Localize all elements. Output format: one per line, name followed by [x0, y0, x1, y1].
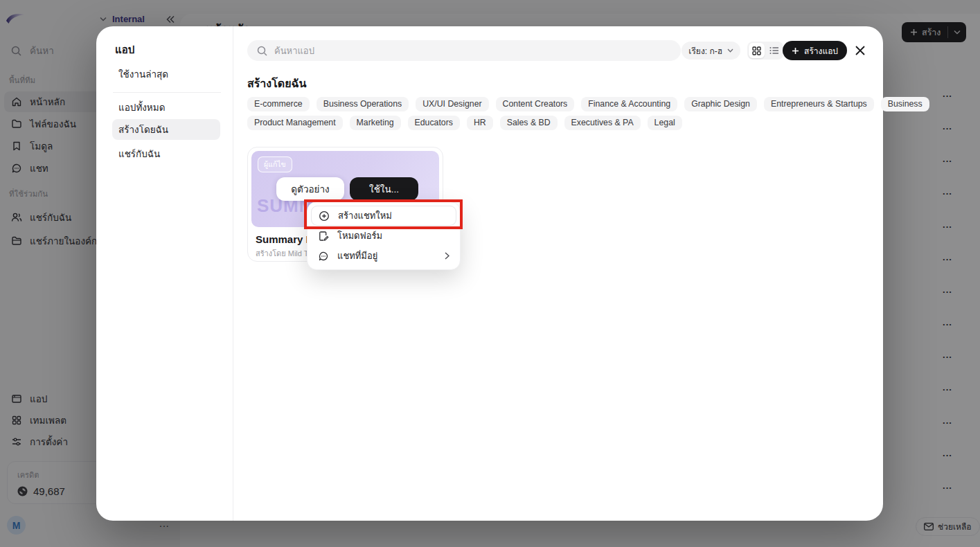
category-tags: E-commerce Business Operations UX/UI Des…	[247, 97, 871, 134]
sort-label: เรียง: ก-ฮ	[688, 44, 722, 57]
modal-nav-all-apps[interactable]: แอปทั้งหมด	[112, 98, 220, 117]
category-tag[interactable]: Graphic Design	[684, 97, 757, 111]
modal-nav-created-by-me[interactable]: สร้างโดยฉัน	[112, 119, 220, 140]
create-app-label: สร้างแอป	[804, 44, 838, 57]
category-tag[interactable]: Business	[881, 97, 929, 111]
category-tag[interactable]: Executives & PA	[564, 116, 641, 130]
menu-item-label: แชทที่มีอยู่	[337, 249, 436, 263]
category-tag[interactable]: UX/UI Designer	[416, 97, 488, 111]
menu-item-form-mode[interactable]: โหมดฟอร์ม	[311, 226, 456, 246]
sort-dropdown[interactable]: เรียง: ก-ฮ	[681, 42, 740, 60]
category-tag[interactable]: Entrepreneurs & Startups	[764, 97, 874, 111]
form-icon	[318, 231, 329, 242]
close-icon[interactable]	[854, 44, 866, 57]
section-title: สร้างโดยฉัน	[247, 75, 306, 92]
list-view-icon[interactable]	[766, 43, 782, 58]
app-search-input[interactable]	[274, 46, 671, 56]
category-tag[interactable]: Educators	[408, 116, 460, 130]
plus-icon	[792, 47, 799, 55]
create-app-button[interactable]: สร้างแอป	[783, 41, 847, 60]
use-in-context-menu: สร้างแชทใหม่ โหมดฟอร์ม แชทที่มีอยู่	[307, 201, 461, 270]
grid-view-icon[interactable]	[749, 43, 765, 58]
menu-item-existing-chat[interactable]: แชทที่มีอยู่	[311, 246, 456, 266]
menu-item-label: สร้างแชทใหม่	[338, 208, 392, 223]
use-in-button[interactable]: ใช้ใน...	[350, 177, 418, 201]
category-tag[interactable]: HR	[467, 116, 493, 130]
category-tag[interactable]: Legal	[648, 116, 682, 130]
category-tag[interactable]: Sales & BD	[500, 116, 558, 130]
menu-item-label: โหมดฟอร์ม	[337, 228, 382, 243]
modal-left-panel: แอป ใช้งานล่าสุด แอปทั้งหมด สร้างโดยฉัน …	[96, 26, 233, 521]
modal-nav-recent[interactable]: ใช้งานล่าสุด	[112, 64, 220, 84]
category-tag[interactable]: Business Operations	[317, 97, 409, 111]
category-tag[interactable]: Product Management	[247, 116, 343, 130]
chevron-right-icon	[445, 252, 449, 260]
category-tag[interactable]: Marketing	[350, 116, 401, 130]
preview-button[interactable]: ดูตัวอย่าง	[276, 177, 344, 201]
modal-nav-shared-with-me[interactable]: แชร์กับฉัน	[112, 144, 220, 163]
category-tag[interactable]: Finance & Accounting	[581, 97, 677, 111]
modal-heading: แอป	[115, 42, 134, 58]
search-icon	[257, 46, 267, 56]
app-search-box[interactable]	[247, 40, 681, 61]
chat-plus-icon	[319, 210, 330, 222]
view-toggle	[747, 42, 783, 60]
apps-modal: แอป ใช้งานล่าสุด แอปทั้งหมด สร้างโดยฉัน …	[96, 26, 883, 521]
category-tag[interactable]: E-commerce	[247, 97, 310, 111]
chevron-down-icon	[727, 48, 733, 53]
menu-item-new-chat[interactable]: สร้างแชทใหม่	[311, 206, 456, 226]
chat-dots-icon	[318, 251, 329, 262]
editor-badge: ผู้แก้ไข	[258, 156, 292, 172]
category-tag[interactable]: Content Creators	[496, 97, 575, 111]
